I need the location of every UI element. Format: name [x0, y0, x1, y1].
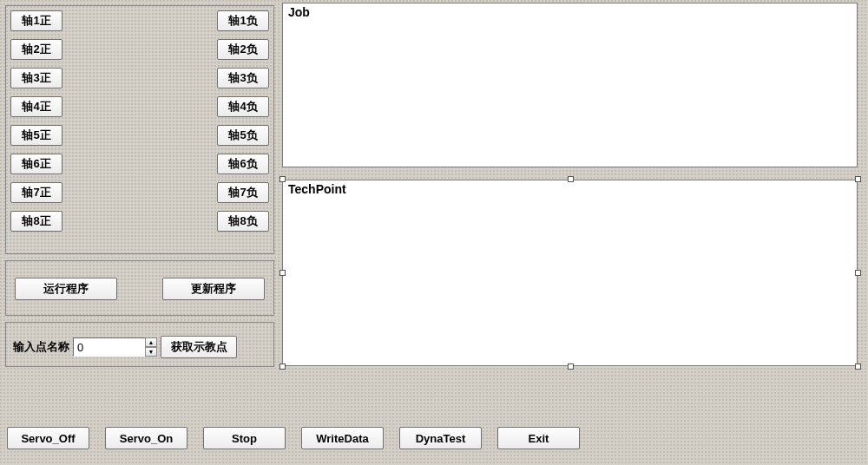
selection-handle-bottom-left[interactable]: [279, 363, 286, 370]
axis7-negative-button[interactable]: 轴7负: [217, 182, 269, 203]
axis6-negative-button[interactable]: 轴6负: [217, 154, 269, 174]
servo-off-button[interactable]: Servo_Off: [7, 427, 89, 449]
point-name-input[interactable]: [73, 337, 146, 357]
axis-panel: 轴1正 轴1负 轴2正 轴2负 轴3正 轴3负 轴4正 轴4负 轴5正 轴5负 …: [5, 5, 274, 254]
axis1-negative-button[interactable]: 轴1负: [217, 10, 269, 31]
selection-handle-middle-right[interactable]: [855, 270, 861, 276]
selection-handle-bottom-right[interactable]: [855, 363, 861, 370]
exit-button[interactable]: Exit: [497, 427, 580, 449]
get-teach-point-button[interactable]: 获取示教点: [161, 336, 237, 358]
techpoint-label: TechPoint: [288, 182, 346, 196]
axis3-negative-button[interactable]: 轴3负: [217, 68, 269, 88]
axis7-positive-button[interactable]: 轴7正: [10, 182, 62, 203]
stop-button[interactable]: Stop: [203, 427, 286, 449]
selection-handle-top-right[interactable]: [855, 176, 861, 182]
run-program-button[interactable]: 运行程序: [15, 278, 117, 300]
job-textbox[interactable]: Job: [282, 3, 858, 167]
job-label: Job: [288, 5, 310, 19]
write-data-button[interactable]: WriteData: [301, 427, 384, 449]
axis4-negative-button[interactable]: 轴4负: [217, 96, 269, 117]
servo-on-button[interactable]: Servo_On: [105, 427, 187, 449]
axis8-positive-button[interactable]: 轴8正: [10, 211, 62, 232]
bottom-toolbar: Servo_Off Servo_On Stop WriteData DynaTe…: [7, 427, 580, 449]
teach-point-panel: 输入点名称 ▲ ▼ 获取示教点: [5, 322, 274, 367]
selection-handle-top-middle[interactable]: [568, 176, 574, 182]
axis5-negative-button[interactable]: 轴5负: [217, 125, 269, 146]
axis5-positive-button[interactable]: 轴5正: [10, 125, 62, 146]
axis2-negative-button[interactable]: 轴2负: [217, 39, 269, 60]
point-name-spinner[interactable]: ▲ ▼: [145, 337, 157, 357]
axis6-positive-button[interactable]: 轴6正: [10, 154, 62, 174]
axis3-positive-button[interactable]: 轴3正: [10, 68, 62, 88]
axis4-positive-button[interactable]: 轴4正: [10, 96, 62, 117]
axis2-positive-button[interactable]: 轴2正: [10, 39, 62, 60]
dyna-test-button[interactable]: DynaTest: [399, 427, 482, 449]
input-name-label: 输入点名称: [13, 339, 69, 355]
selection-handle-middle-left[interactable]: [279, 270, 286, 276]
update-program-button[interactable]: 更新程序: [162, 278, 265, 300]
spinner-up-icon[interactable]: ▲: [145, 337, 157, 347]
axis1-positive-button[interactable]: 轴1正: [10, 10, 62, 31]
selection-handle-bottom-middle[interactable]: [568, 363, 574, 370]
spinner-down-icon[interactable]: ▼: [145, 347, 157, 357]
axis8-negative-button[interactable]: 轴8负: [217, 211, 269, 232]
program-panel: 运行程序 更新程序: [5, 260, 274, 316]
techpoint-textbox[interactable]: TechPoint: [282, 180, 858, 366]
selection-handle-top-left[interactable]: [279, 176, 286, 182]
